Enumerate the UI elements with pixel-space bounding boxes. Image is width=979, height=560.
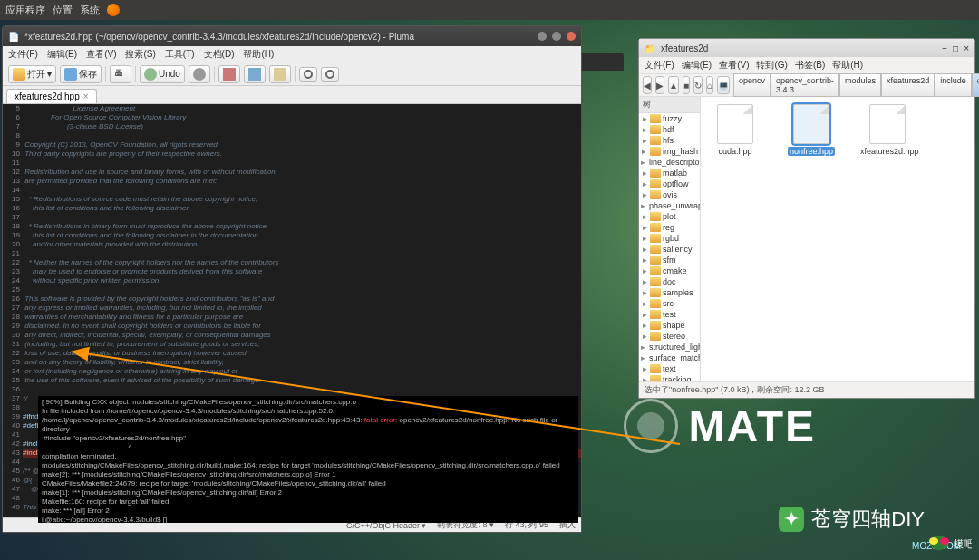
- caja-titlebar[interactable]: 📁 xfeatures2d − □ ×: [639, 39, 974, 57]
- tree-item-reg[interactable]: ▸reg: [639, 222, 700, 233]
- tree-item-text[interactable]: ▸text: [639, 363, 700, 374]
- menu-edit[interactable]: 编辑(E): [47, 48, 77, 61]
- file-icon: [793, 104, 829, 144]
- undo-button[interactable]: Undo: [140, 65, 185, 83]
- tree-item-ovis[interactable]: ▸ovis: [639, 189, 700, 200]
- tree-item-structured_light[interactable]: ▸structured_light: [639, 342, 700, 352]
- print-icon: 🖶: [114, 68, 127, 81]
- tree-item-line_descriptor[interactable]: ▸line_descriptor: [639, 157, 700, 168]
- tree-item-sfm[interactable]: ▸sfm: [639, 255, 700, 266]
- folder-icon: [650, 299, 661, 308]
- caja-toolbar: ◀ ▶ ▲ ■ ↻ ⌂ 💻 opencvopencv_contrib-3.4.3…: [639, 73, 974, 97]
- folder-icon: [650, 136, 661, 145]
- menu-search[interactable]: 搜索(S): [125, 48, 155, 61]
- min-icon[interactable]: [538, 32, 547, 41]
- file-cuda.hpp[interactable]: cuda.hpp: [708, 104, 762, 156]
- file-xfeatures2d.hpp[interactable]: xfeatures2d.hpp: [860, 104, 915, 156]
- tree-item-doc[interactable]: ▸doc: [639, 276, 700, 287]
- folder-icon: [650, 223, 661, 232]
- save-button[interactable]: 保存: [60, 65, 102, 83]
- folder-icon: [650, 179, 661, 188]
- stop-button[interactable]: ■: [683, 76, 690, 94]
- menu-help[interactable]: 帮助(H): [243, 48, 274, 61]
- find-button[interactable]: [299, 67, 317, 82]
- computer-button[interactable]: 💻: [717, 76, 730, 94]
- watermark: ✦ 苍穹四轴DIY: [779, 506, 925, 533]
- breadcrumb: opencvopencv_contrib-3.4.3modulesxfeatur…: [733, 73, 979, 97]
- tree-item-surface_matching[interactable]: ▸surface_matching: [639, 352, 700, 363]
- caja-statusbar: 选中了"nonfree.hpp" (7.0 kB)，剩余空间: 12.2 GB: [639, 381, 974, 398]
- menu-system[interactable]: 系统: [80, 4, 100, 17]
- terminal-output[interactable]: [ 96%] Building CXX object modules/stitc…: [38, 396, 578, 523]
- firefox-icon[interactable]: [107, 4, 120, 16]
- tree-item-hfs[interactable]: ▸hfs: [639, 135, 700, 146]
- folder-icon: [650, 310, 661, 319]
- wechat-icon: ✦: [779, 507, 804, 532]
- app-icon: 📄: [8, 32, 19, 42]
- file-nonfree.hpp[interactable]: nonfree.hpp: [784, 104, 838, 156]
- tree-item-phase_unwrapping[interactable]: ▸phase_unwrapping: [639, 200, 700, 211]
- print-button[interactable]: 🖶: [110, 65, 131, 83]
- tree-item-src[interactable]: ▸src: [639, 298, 700, 309]
- tree-item-cmake[interactable]: ▸cmake: [639, 266, 700, 276]
- menu-tools[interactable]: 工具(T): [165, 48, 195, 61]
- pluma-titlebar[interactable]: 📄 *xfeatures2d.hpp (~/opencv/opencv_cont…: [3, 26, 581, 46]
- menu-go[interactable]: 转到(G): [756, 59, 787, 72]
- tree-item-plot[interactable]: ▸plot: [639, 211, 700, 222]
- menu-view[interactable]: 查看(V): [719, 59, 749, 72]
- folder-icon: 📁: [645, 43, 655, 53]
- menu-view[interactable]: 查看(V): [86, 48, 116, 61]
- folder-icon: [650, 190, 661, 199]
- min-icon[interactable]: −: [942, 43, 947, 53]
- crumb-opencv_contrib-3.4.3[interactable]: opencv_contrib-3.4.3: [771, 73, 839, 97]
- tree-item-test[interactable]: ▸test: [639, 309, 700, 320]
- menu-file[interactable]: 文件(F): [645, 59, 674, 72]
- redo-button[interactable]: [189, 65, 210, 83]
- tree-item-shape[interactable]: ▸shape: [639, 320, 700, 331]
- menu-applications[interactable]: 应用程序: [5, 4, 45, 17]
- menu-edit[interactable]: 编辑(E): [682, 59, 712, 72]
- cut-button[interactable]: [218, 65, 240, 83]
- crumb-include[interactable]: include: [935, 73, 972, 97]
- tab-xfeatures2d[interactable]: xfeatures2d.hpp×: [6, 89, 97, 103]
- copy-button[interactable]: [244, 65, 266, 83]
- back-button[interactable]: ◀: [643, 76, 652, 94]
- up-button[interactable]: ▲: [668, 76, 679, 94]
- reload-button[interactable]: ↻: [693, 76, 703, 94]
- caja-menubar: 文件(F) 编辑(E) 查看(V) 转到(G) 书签(B) 帮助(H): [639, 57, 974, 73]
- tree-item-tracking[interactable]: ▸tracking: [639, 374, 700, 381]
- tree-item-saliency[interactable]: ▸saliency: [639, 244, 700, 255]
- crumb-opencv2[interactable]: opencv2: [972, 73, 979, 97]
- tree-item-stereo[interactable]: ▸stereo: [639, 331, 700, 342]
- tree-item-samples[interactable]: ▸samples: [639, 287, 700, 298]
- menu-places[interactable]: 位置: [53, 4, 73, 17]
- close-icon[interactable]: [567, 32, 576, 41]
- tree-item-matlab[interactable]: ▸matlab: [639, 168, 700, 179]
- file-pane[interactable]: cuda.hppnonfree.hppxfeatures2d.hpp: [701, 97, 974, 381]
- forward-button[interactable]: ▶: [655, 76, 664, 94]
- window-title: xfeatures2d: [661, 43, 936, 53]
- menu-file[interactable]: 文件(F): [8, 48, 38, 61]
- max-icon[interactable]: [552, 32, 561, 41]
- tree-item-optflow[interactable]: ▸optflow: [639, 179, 700, 189]
- crumb-xfeatures2d[interactable]: xfeatures2d: [881, 73, 935, 97]
- max-icon[interactable]: □: [953, 43, 958, 53]
- side-tree[interactable]: 树 ▸fuzzy▸hdf▸hfs▸img_hash▸line_descripto…: [639, 97, 701, 381]
- open-button[interactable]: 打开▾: [8, 65, 56, 83]
- paste-button[interactable]: [269, 65, 291, 83]
- crumb-modules[interactable]: modules: [839, 73, 881, 97]
- home-button[interactable]: ⌂: [706, 76, 713, 94]
- close-icon[interactable]: ×: [964, 43, 969, 53]
- tab-close-icon[interactable]: ×: [83, 92, 89, 101]
- menu-help[interactable]: 帮助(H): [832, 59, 863, 72]
- replace-button[interactable]: [321, 67, 339, 82]
- crumb-opencv[interactable]: opencv: [733, 73, 771, 97]
- tree-item-rgbd[interactable]: ▸rgbd: [639, 233, 700, 244]
- folder-icon: [650, 266, 661, 275]
- tree-item-hdf[interactable]: ▸hdf: [639, 124, 700, 135]
- pluma-menubar: 文件(F) 编辑(E) 查看(V) 搜索(S) 工具(T) 文档(D) 帮助(H…: [3, 46, 581, 63]
- menu-documents[interactable]: 文档(D): [204, 48, 235, 61]
- menu-bookmarks[interactable]: 书签(B): [795, 59, 825, 72]
- tree-item-fuzzy[interactable]: ▸fuzzy: [639, 113, 700, 124]
- tree-item-img_hash[interactable]: ▸img_hash: [639, 146, 700, 157]
